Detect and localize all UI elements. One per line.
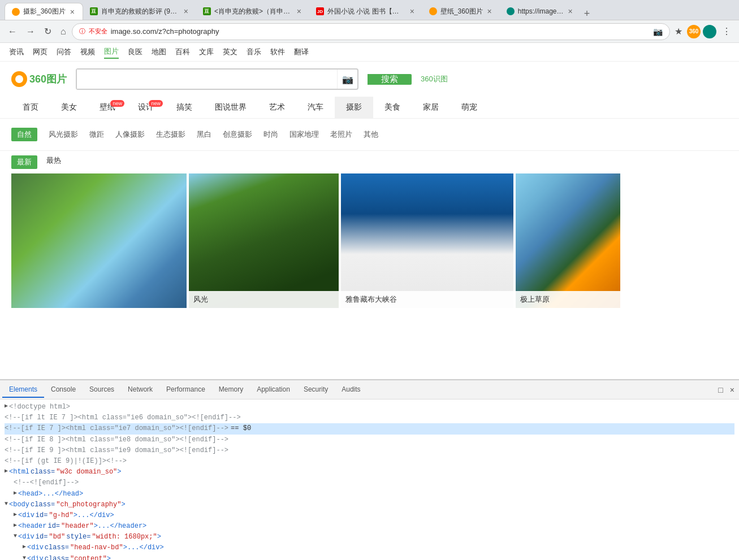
ext-teal-button[interactable] [703,25,716,38]
search-input[interactable] [77,70,337,89]
search-button[interactable]: 搜索 [368,74,412,85]
subcat-chuangyi[interactable]: 创意摄影 [223,129,252,140]
subcat-shengtai[interactable]: 生态摄影 [156,129,185,140]
camera-search-icon[interactable]: 📷 [337,70,357,89]
code-line-4: <!--[if IE 8 ]><html class="ie8 domain_s… [5,435,734,445]
reload-button[interactable]: ↻ [41,24,55,39]
tab-close-1[interactable]: × [69,7,76,17]
cat-jiaju[interactable]: 家居 [412,97,450,118]
devtools-tab-security[interactable]: Security [297,382,335,398]
tab-5[interactable]: 壁纸_360图片 × [422,3,500,20]
extensions-area: 360 ⋮ [687,24,734,39]
subcat-guojia[interactable]: 国家地理 [289,129,319,140]
nav-ditu[interactable]: 地图 [152,46,166,58]
nav-shipin[interactable]: 视频 [80,46,95,58]
nav-ruanjian[interactable]: 软件 [270,46,285,58]
tab-close-4[interactable]: × [409,6,416,16]
cat-yishu[interactable]: 艺术 [258,97,296,118]
nav-wenda[interactable]: 问答 [57,46,71,58]
url-text: image.so.com/z?ch=photography [111,27,219,36]
cat-sheji[interactable]: 设计 new [127,97,165,118]
code-line-5: <!--[if IE 9 ]><html class="ie9 domain_s… [5,445,734,456]
devtools-tab-audits[interactable]: Audits [335,382,367,398]
subcat-fengguang[interactable]: 风光摄影 [49,129,78,140]
tab-close-5[interactable]: × [486,6,493,16]
subcat-ziran[interactable]: 自然 [11,128,37,141]
tab-favicon-6 [507,7,515,15]
code-line-7: ▶ <html class= "w3c domain_so" > [5,467,734,477]
code-line-2: <!--[if lt IE 7 ]><html class="ie6 domai… [5,413,734,423]
image-card-4[interactable]: 极上草原 [516,173,620,308]
logo-circle-icon [11,71,27,87]
nav-tupian[interactable]: 图片 [104,45,119,59]
code-line-12: ▶ <header id= "header" >...</header> [5,521,734,532]
cat-sheying[interactable]: 摄影 [335,97,373,118]
devtools-tab-application[interactable]: Application [250,382,297,398]
tab-2[interactable]: 豆 肖申克的救赎的影评 (9506) × [83,3,196,20]
new-tab-button[interactable]: + [581,8,594,20]
tab-label-5: 壁纸_360图片 [440,7,483,16]
nav-yingwen[interactable]: 英文 [223,46,237,58]
image-card-1[interactable] [11,173,187,308]
logo-search-area: 360图片 📷 搜索 360识图 [0,62,739,97]
devtools-content[interactable]: ▶ <!doctype html> <!--[if lt IE 7 ]><htm… [0,400,739,560]
back-button[interactable]: ← [5,24,20,39]
nav-baike[interactable]: 百科 [175,46,190,58]
subcat-renxiang[interactable]: 人像摄影 [115,129,145,140]
devtools-tabs: Elements Console Sources Network Perform… [0,380,739,400]
ext-360-button[interactable]: 360 [687,25,701,38]
camera-icon[interactable]: 📷 [653,27,663,36]
tab-6[interactable]: https://image… × [500,3,581,20]
tab-1[interactable]: 摄影_360图片 × [5,3,83,20]
subcat-weiju[interactable]: 微距 [89,129,104,140]
page-content: 360图片 📷 搜索 360识图 首页 美女 壁纸 new 设计 new 搞笑 … [0,62,739,379]
cat-mengchong[interactable]: 萌宠 [450,97,489,118]
subcat-qita[interactable]: 其他 [364,129,378,140]
tab-label-4: 外国小说 小说 图书【行情 价格… [327,7,405,16]
subcat-laozhao[interactable]: 老照片 [330,129,352,140]
menu-button[interactable]: ⋮ [719,24,734,39]
tab-close-3[interactable]: × [296,6,302,16]
nav-wenku[interactable]: 文库 [199,46,214,58]
devtools-tab-console[interactable]: Console [44,382,83,398]
cat-shouye[interactable]: 首页 [11,97,50,118]
forward-button[interactable]: → [23,24,38,39]
sort-zuixin[interactable]: 最新 [11,155,37,169]
tab-close-2[interactable]: × [183,6,189,16]
devtools-tab-sources[interactable]: Sources [83,382,121,398]
home-button[interactable]: ⌂ [57,24,70,39]
cat-bizhi[interactable]: 壁纸 new [88,97,127,118]
shitu-link[interactable]: 360识图 [421,74,448,84]
nav-fanyi[interactable]: 翻译 [294,46,309,58]
devtools-tab-network[interactable]: Network [121,382,159,398]
subcat-heibai[interactable]: 黑白 [197,129,211,140]
devtools-tab-performance[interactable]: Performance [159,382,212,398]
insecure-label: 不安全 [89,27,107,36]
nav-liangyi[interactable]: 良医 [128,46,142,58]
cat-meishi[interactable]: 美食 [373,97,412,118]
image-card-3[interactable]: 雅鲁藏布大峡谷 [341,173,513,308]
bookmark-button[interactable]: ★ [672,24,685,39]
cat-gaoxiao[interactable]: 搞笑 [165,97,204,118]
tab-3[interactable]: 豆 <肖申克的救赎>（肖申克的救赎… × [196,3,309,20]
image-card-2[interactable]: 风光 [189,173,339,308]
cat-qiche[interactable]: 汽车 [296,97,335,118]
tab-4[interactable]: JD 外国小说 小说 图书【行情 价格… × [309,3,422,20]
tab-close-6[interactable]: × [567,6,573,16]
devtools-close-btn[interactable]: × [728,383,737,397]
subcat-shishang[interactable]: 时尚 [263,129,278,140]
sort-zuire[interactable]: 最热 [46,155,61,169]
cat-meinv[interactable]: 美女 [50,97,88,118]
nav-yinyue[interactable]: 音乐 [247,46,261,58]
code-line-8: <!--<![endif]--> [5,477,734,488]
code-line-14: ▶ <div class= "head-nav-bd" >...</div> [5,542,734,553]
lock-icon: ⓘ [79,27,85,36]
nav-zixun[interactable]: 资讯 [9,46,24,58]
tab-favicon-2: 豆 [90,7,98,15]
nav-wangye[interactable]: 网页 [33,46,47,58]
devtools-dock-btn[interactable]: □ [716,383,725,397]
devtools-tab-elements[interactable]: Elements [2,382,44,398]
devtools-tab-memory[interactable]: Memory [212,382,250,398]
cat-tushuo[interactable]: 图说世界 [204,97,258,118]
address-bar[interactable]: ⓘ 不安全 image.so.com/z?ch=photography 📷 [72,23,670,40]
